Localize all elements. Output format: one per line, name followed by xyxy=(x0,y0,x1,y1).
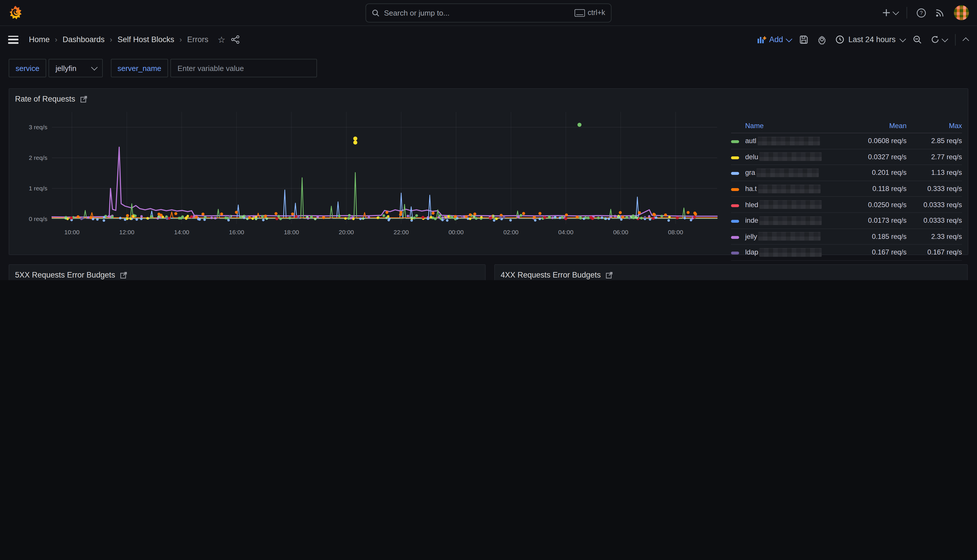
series-max-value: 0.167 req/s xyxy=(907,248,962,257)
collapse-toolbar-icon[interactable] xyxy=(962,37,969,44)
grafana-dashboard: Search or jump to... ctrl+k ? Home › Das… xyxy=(0,0,977,280)
divider xyxy=(955,34,955,45)
breadcrumb-errors: Errors xyxy=(187,35,209,44)
svg-text:12:00: 12:00 xyxy=(119,229,135,235)
legend-row[interactable]: ha.t 0.118 req/s 0.333 req/s xyxy=(731,181,962,197)
save-dashboard-button[interactable] xyxy=(799,35,808,44)
service-variable-select[interactable]: jellyfin xyxy=(48,59,102,77)
dashboard-settings-button[interactable] xyxy=(817,35,827,45)
svg-text:2 req/s: 2 req/s xyxy=(29,154,47,161)
legend-row[interactable]: autl 0.0608 req/s 2.85 req/s xyxy=(731,133,962,149)
panel-title: 4XX Requests Error Budgets xyxy=(501,271,601,279)
search-input[interactable]: Search or jump to... ctrl+k xyxy=(366,3,611,22)
refresh-icon xyxy=(931,35,939,44)
rate-of-requests-chart[interactable]: 10:0012:0014:0016:0018:0020:0022:0000:00… xyxy=(15,106,724,240)
favorite-star-icon[interactable]: ☆ xyxy=(218,34,225,45)
series-name[interactable]: hled xyxy=(745,200,842,209)
news-rss-button[interactable] xyxy=(935,8,945,17)
chevron-down-icon xyxy=(786,35,793,42)
menu-toggle-icon[interactable] xyxy=(8,35,18,43)
series-name[interactable]: ldap xyxy=(745,248,842,257)
svg-text:1 req/s: 1 req/s xyxy=(29,185,47,192)
chevron-down-icon xyxy=(900,35,906,42)
series-max-value: 0.0333 req/s xyxy=(907,217,962,225)
external-link-icon[interactable] xyxy=(80,95,87,102)
external-link-icon[interactable] xyxy=(120,272,127,278)
series-mean-value: 0.0173 req/s xyxy=(842,217,907,225)
series-max-value: 0.0333 req/s xyxy=(907,200,962,208)
time-range-picker[interactable]: Last 24 hours xyxy=(835,35,904,44)
series-color-swatch xyxy=(731,188,740,191)
legend-header-max[interactable]: Max xyxy=(907,122,962,130)
series-color-swatch xyxy=(731,157,740,159)
series-name[interactable]: jelly xyxy=(745,232,842,241)
redacted-series-name xyxy=(759,153,822,161)
legend-row[interactable]: gra 0.201 req/s 1.13 req/s xyxy=(731,165,962,181)
series-max-value: 0.333 req/s xyxy=(907,185,962,193)
variable-server-name: server_name Enter variable value xyxy=(110,59,317,77)
redacted-series-name xyxy=(758,184,820,193)
series-max-value: 1.13 req/s xyxy=(907,169,962,177)
search-placeholder: Search or jump to... xyxy=(384,8,570,17)
series-color-swatch xyxy=(731,172,740,175)
series-mean-value: 0.185 req/s xyxy=(842,233,907,241)
svg-text:22:00: 22:00 xyxy=(394,229,409,235)
panel-title: 5XX Requests Error Budgets xyxy=(15,271,115,279)
variable-service: service jellyfin xyxy=(9,59,102,77)
panel-4xx-error-budgets: 4XX Requests Error Budgets 12:0016:0020:… xyxy=(494,264,968,280)
breadcrumb-self-host-blocks[interactable]: Self Host Blocks xyxy=(117,35,174,44)
svg-text:16:00: 16:00 xyxy=(229,229,244,235)
series-max-value: 2.77 req/s xyxy=(907,153,962,161)
breadcrumb: Home › Dashboards › Self Host Blocks › E… xyxy=(29,35,209,44)
redacted-series-name xyxy=(758,137,820,145)
series-mean-value: 0.0250 req/s xyxy=(842,200,907,208)
chevron-down-icon xyxy=(91,64,98,71)
external-link-icon[interactable] xyxy=(606,272,613,278)
series-name[interactable]: delu xyxy=(745,153,842,161)
zoom-out-icon xyxy=(913,35,922,44)
panel-header[interactable]: Rate of Requests xyxy=(15,92,962,106)
grafana-logo[interactable] xyxy=(8,5,23,20)
breadcrumb-dashboards[interactable]: Dashboards xyxy=(63,35,105,44)
svg-text:02:00: 02:00 xyxy=(503,229,519,235)
search-icon xyxy=(372,9,379,17)
svg-text:10:00: 10:00 xyxy=(64,229,80,235)
legend-header-name[interactable]: Name xyxy=(745,122,842,130)
panel-header[interactable]: 5XX Requests Error Budgets xyxy=(15,268,479,280)
panel-header[interactable]: 4XX Requests Error Budgets xyxy=(501,268,961,280)
series-name[interactable]: ha.t xyxy=(745,184,842,193)
server-name-variable-input[interactable]: Enter variable value xyxy=(170,59,317,77)
panel-rate-of-requests: Rate of Requests 10:0012:0014:0016:0018:… xyxy=(9,88,968,255)
gear-icon xyxy=(817,35,827,45)
help-button[interactable]: ? xyxy=(916,8,926,18)
legend-row[interactable]: ldap 0.167 req/s 0.167 req/s xyxy=(731,245,962,260)
series-name[interactable]: inde xyxy=(745,217,842,225)
clock-icon xyxy=(835,35,844,44)
share-icon[interactable] xyxy=(231,35,240,44)
refresh-button[interactable] xyxy=(931,35,946,44)
series-mean-value: 0.0608 req/s xyxy=(842,137,907,145)
series-name[interactable]: gra xyxy=(745,168,842,177)
svg-text:06:00: 06:00 xyxy=(613,229,628,235)
zoom-out-button[interactable] xyxy=(913,35,922,44)
dashboard-toolbar: Home › Dashboards › Self Host Blocks › E… xyxy=(0,26,977,53)
add-panel-button[interactable]: Add xyxy=(757,35,790,44)
legend-row[interactable]: hled 0.0250 req/s 0.0333 req/s xyxy=(731,197,962,213)
legend-row[interactable]: inde 0.0173 req/s 0.0333 req/s xyxy=(731,213,962,229)
series-color-swatch xyxy=(731,236,740,239)
breadcrumb-home[interactable]: Home xyxy=(29,35,50,44)
series-name[interactable]: autl xyxy=(745,137,842,145)
user-avatar[interactable] xyxy=(954,5,969,20)
legend-header-mean[interactable]: Mean xyxy=(842,122,907,130)
legend-row[interactable]: jelly 0.185 req/s 2.33 req/s xyxy=(731,229,962,245)
redacted-series-name xyxy=(759,217,822,225)
legend-row[interactable]: delu 0.0327 req/s 2.77 req/s xyxy=(731,149,962,165)
keyboard-icon xyxy=(575,9,585,17)
shortcut-hint: ctrl+k xyxy=(575,9,605,17)
series-max-value: 2.85 req/s xyxy=(907,137,962,145)
save-icon xyxy=(799,35,808,44)
new-create-button[interactable] xyxy=(882,9,897,17)
svg-text:04:00: 04:00 xyxy=(558,229,574,235)
series-color-swatch xyxy=(731,140,740,143)
rate-legend-table: Name Mean Max autl 0.0608 req/s 2.85 req… xyxy=(731,119,962,261)
